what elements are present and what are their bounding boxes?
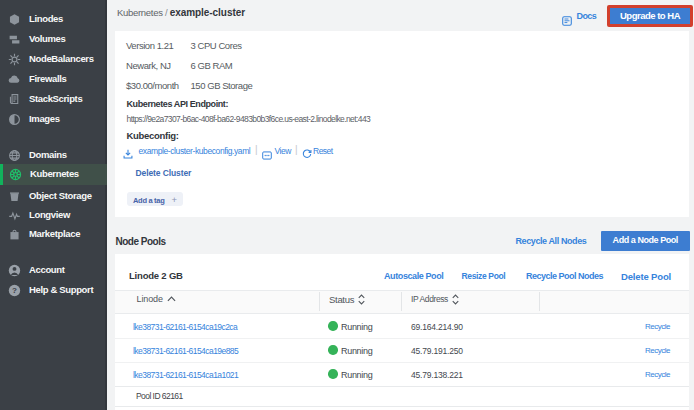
svg-text:?: ? xyxy=(12,286,17,295)
